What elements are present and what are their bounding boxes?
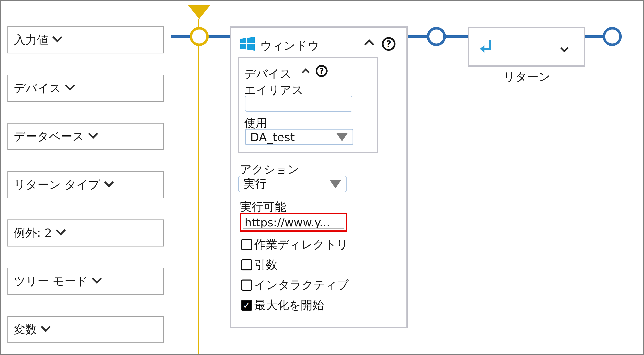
use-label: 使用 (244, 115, 267, 131)
chevron-down-icon (104, 177, 114, 187)
panel-return-type-label: リターン タイプ (14, 177, 100, 193)
checkbox-label: 最大化を開始 (254, 298, 324, 313)
return-arrow-icon (480, 39, 493, 55)
device-group: デバイス ? エイリアス 使用 DA_test (238, 57, 378, 153)
checkbox-label: 作業ディレクトリ (254, 237, 348, 253)
panel-tree-mode[interactable]: ツリー モード (8, 268, 164, 295)
dropdown-arrow-icon (336, 133, 348, 141)
executable-field-highlighted[interactable]: https://www.y... (240, 213, 347, 232)
window-node[interactable]: ウィンドウ ? デバイス ? エイリアス 使用 DA_test アクション 実行… (230, 26, 408, 328)
checkbox-checked-icon[interactable]: ✓ (241, 300, 252, 311)
executable-value: https://www.y... (244, 216, 330, 229)
chevron-down-icon (65, 81, 75, 90)
chevron-down-icon (56, 225, 66, 235)
panel-variables-label: 変数 (14, 322, 37, 338)
panel-device[interactable]: デバイス (8, 75, 164, 102)
panel-input-values-label: 入力値 (14, 32, 48, 48)
connector-line-mid-a (407, 35, 427, 38)
panel-variables[interactable]: 変数 (8, 316, 164, 343)
help-icon[interactable]: ? (316, 65, 328, 77)
checkbox-row-interactive[interactable]: インタラクティブ (241, 279, 349, 291)
action-label: アクション (240, 162, 299, 177)
checkbox-row-arguments[interactable]: 引数 (241, 259, 278, 271)
collapse-group-icon[interactable] (302, 68, 310, 76)
panel-database-label: データベース (14, 129, 84, 144)
event-connection-point[interactable] (190, 27, 209, 46)
checkbox-label: インタラクティブ (254, 277, 349, 293)
connector-line-right (584, 35, 604, 38)
connection-point-mid[interactable] (427, 27, 446, 46)
panel-tree-mode-label: ツリー モード (14, 274, 88, 289)
windows-logo-icon (240, 37, 255, 51)
checkbox-label: 引数 (254, 257, 278, 273)
return-node[interactable] (468, 27, 585, 67)
chevron-down-icon (41, 322, 51, 332)
use-dropdown-value: DA_test (250, 130, 295, 144)
flow-designer-canvas: 入力値 デバイス データベース リターン タイプ 例外: 2 ツリー モード 変… (0, 0, 644, 355)
chevron-down-icon (88, 129, 98, 139)
device-group-title: デバイス (244, 66, 292, 82)
expand-node-icon[interactable] (560, 44, 569, 52)
collapse-node-icon[interactable] (364, 39, 374, 49)
alias-label: エイリアス (244, 82, 304, 98)
chevron-down-icon (52, 32, 62, 42)
return-node-label: リターン (495, 69, 559, 85)
checkbox-unchecked-icon[interactable] (241, 259, 252, 270)
action-dropdown-value: 実行 (244, 176, 267, 192)
panel-input-values[interactable]: 入力値 (8, 26, 164, 53)
chevron-down-icon (92, 274, 102, 284)
use-dropdown[interactable]: DA_test (245, 129, 353, 145)
connector-line-mid-b (446, 35, 468, 38)
field-underline (243, 228, 344, 229)
panel-device-label: デバイス (14, 80, 61, 96)
checkbox-row-start-maximized[interactable]: ✓ 最大化を開始 (241, 299, 324, 312)
alias-input[interactable] (245, 96, 352, 112)
connection-point-end[interactable] (603, 27, 622, 46)
executable-label: 実行可能 (240, 199, 286, 215)
checkbox-unchecked-icon[interactable] (241, 280, 252, 291)
panel-exceptions[interactable]: 例外: 2 (8, 220, 164, 247)
event-funnel-icon[interactable] (188, 5, 210, 19)
action-dropdown[interactable]: 実行 (238, 176, 346, 192)
panel-database[interactable]: データベース (8, 123, 164, 150)
window-node-title: ウィンドウ (260, 38, 319, 54)
panel-exceptions-label: 例外: 2 (14, 225, 52, 241)
help-icon[interactable]: ? (382, 37, 396, 51)
event-rail-line (198, 18, 200, 354)
panel-return-type[interactable]: リターン タイプ (8, 171, 164, 198)
checkbox-row-working-directory[interactable]: 作業ディレクトリ (241, 238, 348, 251)
checkbox-unchecked-icon[interactable] (241, 239, 252, 250)
dropdown-arrow-icon (330, 180, 342, 188)
